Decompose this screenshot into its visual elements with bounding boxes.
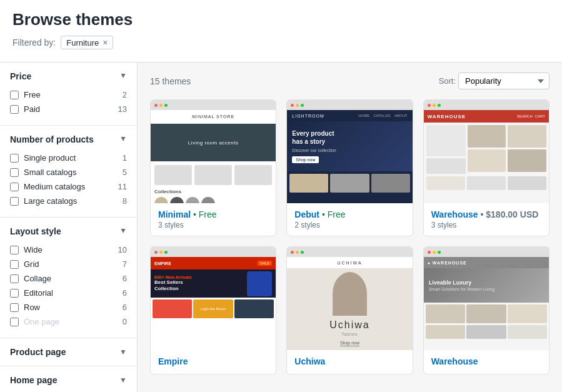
sidebar-item-collage: Collage 6 — [10, 271, 127, 286]
checkbox-medium-catalogs[interactable] — [10, 183, 19, 191]
checkbox-grid[interactable] — [10, 260, 19, 269]
checkbox-editorial[interactable] — [10, 289, 19, 298]
theme-name-link-warehouse2[interactable]: Warehouse — [431, 356, 478, 366]
content-area: Price ▲ Free 2 Paid 13 Number of — [0, 63, 562, 392]
theme-card-info-minimal: Minimal • Free 3 styles — [151, 203, 276, 236]
theme-card-title-debut: Debut • Free — [294, 209, 404, 219]
sidebar-section-layout-style: Layout style ▲ Wide 10 Grid 7 — [0, 218, 137, 338]
chevron-up-icon: ▲ — [119, 227, 127, 236]
theme-name-link-minimal[interactable]: Minimal — [158, 209, 191, 219]
checkbox-wide[interactable] — [10, 246, 19, 254]
theme-preview-uchiwa[interactable]: UCHIWA Uchiwa Tables Shop now — [287, 247, 412, 350]
theme-card-empire: EMPIRE SALE 800+ New Arrivals Best Selle… — [150, 246, 276, 374]
filter-tag[interactable]: Furniture × — [61, 36, 113, 49]
theme-card-info-empire: Empire — [151, 350, 276, 374]
chevron-up-icon: ▲ — [119, 72, 127, 81]
sidebar-section-product-page-header[interactable]: Product page ▼ — [10, 347, 127, 357]
theme-styles-debut: 2 styles — [294, 221, 404, 229]
theme-styles-warehouse: 3 styles — [431, 221, 541, 229]
filter-bar: Filtered by: Furniture × — [13, 36, 549, 49]
main-content: 15 themes Sort: Popularity Price: Low to… — [138, 63, 562, 392]
theme-card-warehouse2: ● WAREHOUSE Liveable Luxury Smart Soluti… — [423, 246, 549, 374]
sidebar-section-layout-title: Layout style — [10, 226, 61, 236]
checkbox-one-page[interactable] — [10, 318, 19, 326]
theme-card-title-warehouse: Warehouse • $180.00 USD — [431, 209, 541, 219]
filter-label: Filtered by: — [13, 38, 56, 48]
sidebar-item-wide: Wide 10 — [10, 243, 127, 257]
sort-label: Sort: — [439, 76, 456, 86]
sidebar-item-medium-catalogs: Medium catalogs 11 — [10, 179, 127, 194]
main-header: 15 themes Sort: Popularity Price: Low to… — [150, 73, 549, 89]
page-title: Browse themes — [13, 10, 549, 29]
theme-card-debut: LIGHTROOM HOME CATALOG ABOUT Every produ… — [286, 99, 413, 236]
sidebar-section-layout-header[interactable]: Layout style ▲ — [10, 226, 127, 236]
theme-preview-warehouse[interactable]: WAREHOUSE SEARCH CART — [424, 100, 549, 203]
sidebar-item-editorial: Editorial 6 — [10, 286, 127, 300]
theme-name-link-empire[interactable]: Empire — [158, 356, 188, 366]
sidebar-item-small-catalogs: Small catalogs 5 — [10, 165, 127, 179]
sidebar-item-free: Free 2 — [10, 88, 127, 102]
checkbox-row[interactable] — [10, 303, 19, 312]
sidebar-section-home-page-header[interactable]: Home page ▼ — [10, 375, 127, 385]
checkbox-large-catalogs[interactable] — [10, 197, 19, 206]
chevron-down-icon: ▼ — [119, 376, 127, 384]
theme-name-link-debut[interactable]: Debut — [294, 209, 319, 219]
theme-card-uchiwa: UCHIWA Uchiwa Tables Shop now — [286, 246, 413, 374]
checkbox-paid[interactable] — [10, 105, 19, 114]
sidebar-section-home-page-title: Home page — [10, 375, 57, 385]
sidebar-section-price-header[interactable]: Price ▲ — [10, 71, 127, 81]
sidebar-item-row: Row 6 — [10, 300, 127, 314]
sidebar-item-large-catalogs: Large catalogs 8 — [10, 194, 127, 208]
sidebar-section-product-page: Product page ▼ — [0, 338, 137, 366]
checkbox-small-catalogs[interactable] — [10, 168, 19, 177]
theme-name-link-uchiwa[interactable]: Uchiwa — [294, 356, 325, 366]
theme-preview-empire[interactable]: EMPIRE SALE 800+ New Arrivals Best Selle… — [151, 247, 276, 350]
sidebar-item-single-product: Single product 1 — [10, 151, 127, 165]
theme-card-info-debut: Debut • Free 2 styles — [287, 203, 412, 236]
sidebar-section-number-of-products: Number of products ▲ Single product 1 Sm… — [0, 126, 137, 218]
theme-preview-warehouse2[interactable]: ● WAREHOUSE Liveable Luxury Smart Soluti… — [424, 247, 549, 350]
theme-card-info-uchiwa: Uchiwa — [287, 350, 412, 374]
themes-grid: MINIMAL STORE Living room accents Collec… — [150, 99, 549, 374]
sort-wrapper: Sort: Popularity Price: Low to High Pric… — [439, 73, 549, 89]
sidebar-section-products-header[interactable]: Number of products ▲ — [10, 134, 127, 144]
theme-name-link-warehouse[interactable]: Warehouse — [431, 209, 478, 219]
sidebar-section-price: Price ▲ Free 2 Paid 13 — [0, 63, 137, 126]
chevron-up-icon: ▲ — [119, 135, 127, 144]
checkbox-single-product[interactable] — [10, 154, 19, 163]
sidebar: Price ▲ Free 2 Paid 13 Number of — [0, 63, 138, 392]
theme-card-info-warehouse2: Warehouse — [424, 350, 549, 374]
chevron-down-icon: ▼ — [119, 348, 127, 356]
sidebar-section-product-page-title: Product page — [10, 347, 66, 357]
sidebar-item-one-page: One page 0 — [10, 314, 127, 329]
filter-tag-remove[interactable]: × — [103, 38, 108, 48]
checkbox-collage[interactable] — [10, 274, 19, 283]
theme-card-title-warehouse2: Warehouse — [431, 356, 541, 366]
checkbox-free[interactable] — [10, 91, 19, 99]
theme-styles-minimal: 3 styles — [158, 221, 268, 229]
theme-preview-debut[interactable]: LIGHTROOM HOME CATALOG ABOUT Every produ… — [287, 100, 412, 203]
theme-card-minimal: MINIMAL STORE Living room accents Collec… — [150, 99, 276, 236]
sidebar-section-price-title: Price — [10, 71, 31, 81]
theme-card-title-minimal: Minimal • Free — [158, 209, 268, 219]
theme-preview-minimal[interactable]: MINIMAL STORE Living room accents Collec… — [151, 100, 276, 203]
sort-select[interactable]: Popularity Price: Low to High Price: Hig… — [458, 73, 549, 89]
themes-count: 15 themes — [150, 76, 191, 86]
page-header: Browse themes Filtered by: Furniture × — [0, 0, 562, 63]
sidebar-section-products-title: Number of products — [10, 134, 94, 144]
sidebar-item-paid: Paid 13 — [10, 102, 127, 116]
sidebar-item-grid: Grid 7 — [10, 257, 127, 271]
theme-card-title-uchiwa: Uchiwa — [294, 356, 404, 366]
sidebar-section-home-page: Home page ▼ — [0, 366, 137, 392]
theme-card-warehouse: WAREHOUSE SEARCH CART — [423, 99, 549, 236]
filter-tag-label: Furniture — [66, 38, 99, 48]
theme-card-title-empire: Empire — [158, 356, 268, 366]
theme-card-info-warehouse: Warehouse • $180.00 USD 3 styles — [424, 203, 549, 236]
